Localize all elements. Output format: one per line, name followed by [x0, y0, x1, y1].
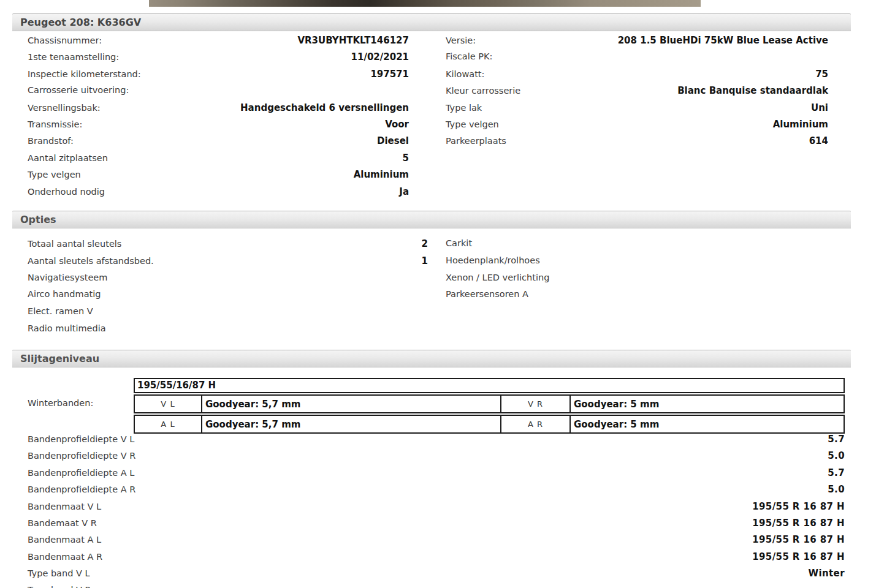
detail-label: Navigatiesysteem: [28, 273, 107, 282]
slijtageniveau-section-bar: Slijtageniveau: [12, 350, 851, 368]
slijtageniveau-heading: Slijtageniveau: [20, 353, 99, 364]
detail-value: Ja: [399, 186, 409, 197]
tyre-position-left: V L: [134, 394, 202, 413]
detail-row: Airco handmatig: [28, 289, 428, 306]
detail-value: 75: [815, 69, 828, 80]
option-label: Carkit: [446, 238, 472, 248]
detail-value: Uni: [811, 102, 828, 113]
detail-value: Handgeschakeld 6 versnellingen: [240, 102, 409, 113]
detail-label: Airco handmatig: [28, 289, 101, 299]
detail-label: Fiscale PK:: [446, 51, 492, 61]
details-left-column: Chassisnummer: VR3UBYHTKLT146127 1ste te…: [28, 35, 409, 203]
detail-value: 195/55 R 16 87 H: [752, 518, 845, 529]
detail-label: Totaal aantal sleutels: [28, 239, 121, 249]
detail-row: Bandenmaat A L 195/55 R 16 87 H: [28, 534, 845, 551]
detail-label: Bandenmaat A R: [28, 552, 102, 562]
detail-row: Parkeerplaats 614: [446, 135, 828, 152]
detail-row: Bandemaat V R 195/55 R 16 87 H: [28, 518, 845, 534]
option-label: Parkeersensoren A: [446, 289, 528, 299]
winterbanden-table: 195/55/16/87 H V L Goodyear: 5,7 mm V R …: [134, 378, 845, 434]
tyre-position-right: A R: [500, 415, 571, 434]
tyre-row: A L Goodyear: 5,7 mm A R Goodyear: 5 mm: [134, 415, 845, 434]
detail-row: Versnellingsbak: Handgeschakeld 6 versne…: [28, 102, 409, 119]
option-row: Parkeersensoren A: [446, 289, 703, 306]
detail-value: 2: [422, 238, 428, 249]
detail-row: Transmissie: Voor: [28, 119, 409, 135]
detail-value: 195/55 R 16 87 H: [752, 551, 845, 562]
detail-row: Versie: 208 1.5 BlueHDi 75kW Blue Lease …: [446, 35, 828, 51]
detail-value: 5: [403, 153, 409, 164]
tyre-value-right: Goodyear: 5 mm: [569, 394, 845, 413]
detail-row: Onderhoud nodig Ja: [28, 186, 409, 203]
detail-label: Type velgen: [446, 119, 499, 129]
detail-label: Type velgen: [28, 170, 81, 179]
detail-value: 195/55 R 16 87 H: [752, 534, 845, 545]
tyre-position-left: A L: [134, 415, 202, 434]
opties-heading: Opties: [20, 214, 56, 225]
wear-measurements: Bandenprofieldiepte V L 5.7 Bandenprofie…: [28, 434, 845, 588]
detail-label: Versnellingsbak:: [28, 103, 101, 113]
detail-label: 1ste tenaamstelling:: [28, 52, 119, 62]
detail-label: Bandenprofieldiepte V L: [28, 434, 134, 444]
detail-label: Bandenprofieldiepte V R: [28, 451, 135, 461]
opties-left-column: Totaal aantal sleutels 2 Aantal sleutels…: [28, 238, 428, 341]
detail-value: 197571: [370, 69, 409, 80]
detail-label: Carrosserie uitvoering:: [28, 85, 129, 95]
detail-row: Type velgen Aluminium: [28, 169, 409, 186]
detail-row: Bandenprofieldiepte V L 5.7: [28, 434, 845, 450]
detail-row: Type band V L Winter: [28, 568, 845, 584]
tyre-value-left: Goodyear: 5,7 mm: [201, 415, 501, 434]
opties-section-bar: Opties: [12, 211, 851, 228]
detail-label: Aantal sleutels afstandsbed.: [28, 256, 154, 266]
vehicle-title-bar: Peugeot 208: K636GV: [12, 13, 851, 31]
opties-right-column: Carkit Hoedenplank/rolhoes Xenon / LED v…: [446, 238, 703, 306]
detail-row: Type velgen Aluminium: [446, 119, 828, 135]
option-row: Hoedenplank/rolhoes: [446, 255, 703, 273]
tyre-position-right: V R: [500, 394, 571, 413]
detail-value: 1: [422, 255, 428, 266]
detail-label: Bandenmaat V L: [28, 502, 101, 511]
detail-row: Carrosserie uitvoering:: [28, 85, 409, 102]
detail-row: Bandenprofieldiepte A R 5.0: [28, 484, 845, 500]
detail-label: Type band V R: [28, 585, 91, 588]
detail-value: 5.7: [828, 467, 845, 478]
detail-label: Elect. ramen V: [28, 306, 93, 316]
detail-row: Navigatiesysteem: [28, 273, 428, 290]
detail-row: Bandenmaat V L 195/55 R 16 87 H: [28, 501, 845, 518]
detail-label: Parkeerplaats: [446, 136, 506, 146]
detail-value: 208 1.5 BlueHDi 75kW Blue Lease Active: [618, 35, 828, 46]
detail-row: Aantal sleutels afstandsbed. 1: [28, 255, 428, 273]
detail-value: Winter: [808, 568, 845, 579]
detail-row: Radio multimedia: [28, 323, 428, 341]
detail-label: Kleur carrosserie: [446, 86, 520, 96]
detail-value: Aluminium: [354, 169, 409, 180]
detail-label: Transmissie:: [28, 119, 82, 129]
detail-label: Bandenmaat A L: [28, 535, 101, 545]
detail-label: Chassisnummer:: [28, 36, 102, 45]
detail-value: 614: [809, 135, 828, 146]
detail-label: Onderhoud nodig: [28, 187, 105, 197]
detail-row: Bandenprofieldiepte A L 5.7: [28, 467, 845, 484]
details-right-column: Versie: 208 1.5 BlueHDi 75kW Blue Lease …: [446, 35, 828, 153]
detail-label: Bandenprofieldiepte A R: [28, 484, 135, 494]
detail-value: 5.0: [828, 484, 845, 495]
detail-label: Brandstof:: [28, 136, 74, 146]
detail-row: Inspectie kilometerstand: 197571: [28, 69, 409, 85]
detail-label: Bandenprofieldiepte A L: [28, 468, 134, 478]
detail-row: Bandenprofieldiepte V R 5.0: [28, 450, 845, 467]
detail-row: 1ste tenaamstelling: 11/02/2021: [28, 51, 409, 68]
option-row: Carkit: [446, 238, 703, 255]
detail-value: 195/55 R 16 87 H: [752, 501, 845, 512]
detail-label: Aantal zitplaatsen: [28, 153, 108, 163]
detail-value: Diesel: [377, 135, 409, 146]
detail-row: Bandenmaat A R 195/55 R 16 87 H: [28, 551, 845, 568]
detail-value: 11/02/2021: [351, 51, 409, 62]
detail-row: Elect. ramen V: [28, 306, 428, 323]
detail-value: Aluminium: [773, 119, 828, 130]
option-row: Xenon / LED verlichting: [446, 273, 703, 290]
detail-row: Fiscale PK:: [446, 51, 828, 68]
detail-row: Type lak Uni: [446, 102, 828, 119]
page-title: Peugeot 208: K636GV: [20, 17, 141, 28]
detail-value: Blanc Banquise standaardlak: [677, 85, 828, 96]
detail-row: Type band V R: [28, 585, 845, 588]
